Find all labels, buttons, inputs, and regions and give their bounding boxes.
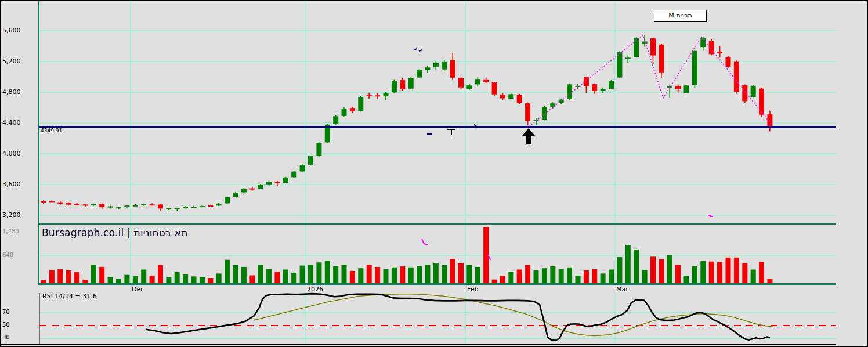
grid-layer xyxy=(38,1,836,344)
month-axis-label: 2026 xyxy=(307,286,323,292)
price-tick-label: 4,800 xyxy=(2,89,21,95)
rsi-tick-label: 50 xyxy=(2,322,10,328)
price-tick-label: 3,200 xyxy=(2,212,21,218)
volume-tick-label: 1,280 xyxy=(2,229,19,234)
month-axis-label: Dec xyxy=(132,286,144,292)
volume-tick-label: 640 xyxy=(2,252,13,258)
rsi-tick-label: 70 xyxy=(2,309,10,315)
month-axis-label: Mar xyxy=(616,286,628,292)
rsi-tick-label: 30 xyxy=(2,335,10,341)
pattern-label-box[interactable]: תבנית M xyxy=(654,10,707,22)
price-tick-label: 3,600 xyxy=(2,181,21,187)
price-tick-label: 4,400 xyxy=(2,120,21,126)
month-axis-label: Feb xyxy=(467,286,478,292)
price-tick-label: 5,600 xyxy=(2,27,21,34)
watermark-title: Bursagraph.co.il | תא בטחוניות xyxy=(42,228,188,238)
chart-canvas[interactable] xyxy=(0,0,868,347)
up-arrow-marker xyxy=(522,128,535,144)
rsi-value-label: RSI 14/14 = 31.6 xyxy=(42,293,97,299)
price-line-value-label: 4349.91 xyxy=(41,128,62,133)
price-tick-label: 5,200 xyxy=(2,58,21,64)
overlay-layer xyxy=(39,35,836,144)
price-tick-label: 4,000 xyxy=(2,150,21,157)
rsi-indicator-layer xyxy=(39,294,836,341)
bursagraph-chart-window: Bursagraph.co.il | תא בטחוניות תבנית M R… xyxy=(0,0,868,347)
